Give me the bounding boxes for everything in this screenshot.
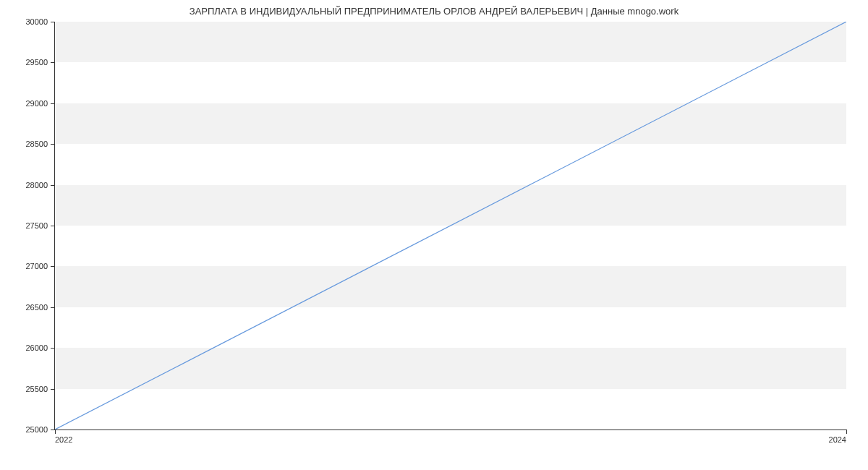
- y-axis-label: 26500: [25, 303, 48, 312]
- y-tick: [51, 62, 55, 63]
- y-tick: [51, 389, 55, 390]
- y-tick: [51, 307, 55, 308]
- y-tick: [51, 144, 55, 145]
- y-tick: [51, 22, 55, 22]
- x-tick: [55, 430, 56, 434]
- y-tick: [51, 266, 55, 267]
- y-axis-label: 26000: [25, 343, 48, 352]
- y-tick: [51, 185, 55, 186]
- y-axis-label: 29500: [25, 58, 48, 67]
- chart-title: ЗАРПЛАТА В ИНДИВИДУАЛЬНЫЙ ПРЕДПРИНИМАТЕЛ…: [0, 0, 868, 17]
- y-axis-label: 25000: [25, 425, 48, 434]
- y-tick: [51, 103, 55, 104]
- y-tick: [51, 226, 55, 226]
- x-axis-label: 2024: [829, 435, 846, 444]
- y-axis-label: 29000: [25, 99, 48, 108]
- grid-band: [55, 185, 846, 226]
- chart-container: 25000 25500 26000 26500 27000 27500 2800…: [54, 22, 846, 430]
- x-tick: [846, 430, 847, 434]
- plot-area: 25000 25500 26000 26500 27000 27500 2800…: [54, 22, 846, 430]
- y-axis-label: 28500: [25, 140, 48, 148]
- grid-band: [55, 348, 846, 388]
- x-axis-label: 2022: [55, 435, 72, 444]
- y-axis-label: 25500: [25, 385, 48, 393]
- grid-band: [55, 22, 846, 62]
- y-tick: [51, 348, 55, 349]
- grid-band: [55, 266, 846, 307]
- y-axis-label: 27000: [25, 262, 48, 270]
- y-axis-label: 27500: [25, 221, 48, 230]
- y-axis-label: 30000: [25, 17, 48, 26]
- y-axis-label: 28000: [25, 181, 48, 189]
- grid-band: [55, 103, 846, 144]
